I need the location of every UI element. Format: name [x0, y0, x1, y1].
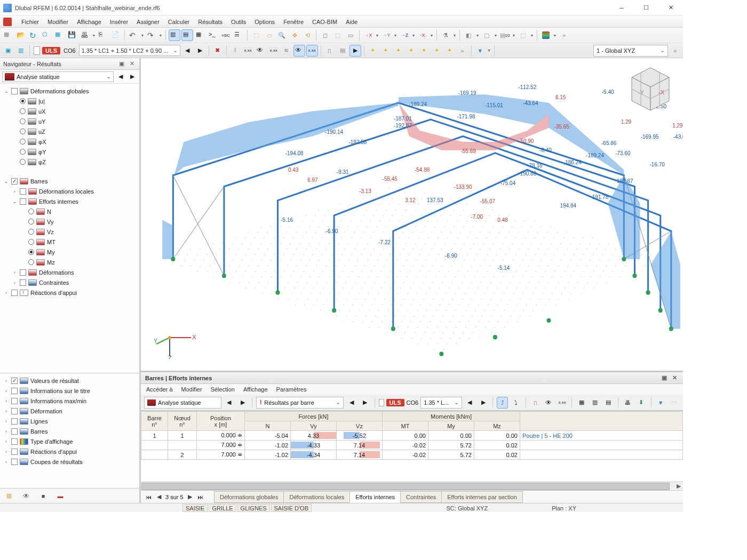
results-tbl2-button[interactable]: ▥: [590, 397, 601, 409]
radio[interactable]: [28, 249, 34, 255]
show-values-button[interactable]: ⌇: [229, 45, 241, 57]
table-cell[interactable]: 0.02: [474, 450, 520, 460]
menu-insérer[interactable]: Insérer: [106, 16, 132, 27]
table-cell[interactable]: 5.72: [428, 441, 474, 450]
tree-deform-|u|[interactable]: |u|: [12, 96, 138, 106]
table-cell[interactable]: -4.33: [291, 441, 337, 450]
global-cs-select[interactable]: 1 - Global XYZ ⌄: [593, 45, 668, 57]
results-next-analysis[interactable]: ▶: [237, 397, 248, 409]
tree-effort-N[interactable]: N: [20, 206, 138, 217]
results-pick-button[interactable]: ⤴: [497, 397, 508, 409]
results-next-mode[interactable]: ▶: [360, 397, 371, 409]
expand-icon[interactable]: ›: [3, 449, 9, 454]
tree-deformations[interactable]: › Déformations: [12, 267, 138, 277]
checkbox[interactable]: [11, 438, 18, 445]
dropdown-icon[interactable]: ▼: [553, 34, 557, 37]
dropdown-icon[interactable]: ▼: [92, 34, 96, 37]
results-xxx-button[interactable]: x.xx: [557, 397, 568, 409]
checkbox[interactable]: [11, 428, 18, 435]
radio[interactable]: [20, 149, 26, 155]
th-moments[interactable]: Moments [kNm]: [383, 412, 520, 421]
radio[interactable]: [20, 98, 26, 104]
display-opt-6[interactable]: › Type d'affichage: [3, 436, 138, 446]
expand-icon[interactable]: ⌄: [12, 199, 18, 204]
table-cell[interactable]: 4.33: [291, 431, 337, 441]
axis-z-button[interactable]: →Z: [399, 29, 410, 41]
table-cell[interactable]: [520, 441, 683, 450]
script-button[interactable]: >SC: [220, 29, 232, 41]
results-tab-4[interactable]: Efforts internes par section: [441, 491, 523, 503]
table-cell[interactable]: 1: [168, 431, 197, 441]
table-cell[interactable]: -4.34: [291, 450, 337, 460]
results-combo-select[interactable]: 1.35 * L... ⌄: [420, 397, 462, 409]
close-results-button[interactable]: ✕: [670, 374, 679, 382]
eye-active-button[interactable]: [293, 45, 305, 57]
diagram-button[interactable]: ⎍: [324, 45, 336, 57]
axis-neg-x-button[interactable]: -X: [417, 29, 428, 41]
envelope-button[interactable]: ▤: [337, 45, 348, 57]
next-combo-button[interactable]: ▶: [194, 45, 206, 57]
filter2-button[interactable]: ▼: [474, 45, 486, 57]
tree-deformations-globales[interactable]: ⌄ Déformations globales: [3, 86, 138, 96]
overflow-button[interactable]: »: [558, 29, 570, 41]
view-cube-icon[interactable]: -Y -X: [621, 61, 680, 110]
table-cell[interactable]: [141, 441, 168, 450]
display-opt-1[interactable]: › Informations sur le titre: [3, 386, 138, 396]
results-tab-2[interactable]: Efforts internes: [349, 491, 401, 503]
checkbox[interactable]: [20, 269, 26, 276]
analysis-type-select[interactable]: Analyse statique ⌄: [2, 71, 114, 82]
tree-effort-My[interactable]: My: [20, 247, 138, 257]
table-cell[interactable]: 0.00: [474, 431, 520, 441]
del-load-button[interactable]: ✖: [212, 45, 224, 57]
menu-résultats[interactable]: Résultats: [194, 16, 227, 27]
results-analysis-select[interactable]: Analyse statique: [144, 397, 221, 409]
model-b-button[interactable]: ▥: [15, 45, 27, 57]
rotate-button[interactable]: ⟲: [301, 29, 313, 41]
results-v2-button[interactable]: ⤵: [510, 397, 521, 409]
table-cell[interactable]: 7.000 ≑: [197, 450, 245, 460]
display-opt-7[interactable]: › Réactions d'appui: [3, 446, 138, 457]
expand-icon[interactable]: ›: [3, 439, 9, 444]
menu-fenêtre[interactable]: Fenêtre: [279, 16, 308, 27]
th-vy[interactable]: Vy: [291, 421, 337, 431]
menu-assigner[interactable]: Assigner: [132, 16, 164, 27]
results-menu-paramètres[interactable]: Paramètres: [276, 386, 307, 393]
checkbox[interactable]: [11, 388, 18, 394]
th-forces[interactable]: Forces [kN]: [245, 412, 383, 421]
3d-view[interactable]: -112.52-5.40-169.196.15-189.24-115.01-43…: [141, 58, 683, 371]
star7-button[interactable]: ✦: [444, 45, 456, 57]
close-button[interactable]: ✕: [658, 0, 683, 15]
th-barre[interactable]: Barre n°: [141, 412, 168, 431]
expand-icon[interactable]: ›: [3, 378, 9, 383]
dropdown-icon[interactable]: ▼: [452, 34, 457, 37]
table-cell[interactable]: 0.02: [474, 441, 520, 450]
tree-effort-Vy[interactable]: Vy: [20, 217, 138, 227]
checkbox[interactable]: [20, 188, 26, 195]
console-button[interactable]: >_: [207, 29, 219, 41]
nav-prev-button[interactable]: ◀: [116, 71, 125, 83]
results-menu-accéder à[interactable]: Accéder à: [146, 386, 173, 393]
dropdown-icon[interactable]: ▼: [512, 34, 516, 37]
results-menu-modifier[interactable]: Modifier: [181, 386, 202, 393]
prev-combo-button[interactable]: ◀: [181, 45, 193, 57]
results-export-button[interactable]: ⬇: [635, 397, 647, 409]
pager-next[interactable]: ▶: [186, 493, 194, 500]
pan-button[interactable]: ✥: [289, 29, 300, 41]
dropdown-icon[interactable]: ▼: [494, 34, 498, 37]
block-button[interactable]: ▦: [53, 29, 65, 41]
pager-first[interactable]: ⏮: [144, 494, 153, 500]
radio[interactable]: [20, 118, 26, 124]
sync-button[interactable]: ↻: [28, 29, 39, 41]
results-mode-select[interactable]: ⌇ Résultats par barre ⌄: [256, 397, 344, 409]
tree-effort-Mz[interactable]: Mz: [20, 257, 138, 267]
table-cell[interactable]: -0.02: [383, 441, 428, 450]
display-opt-2[interactable]: › Informations max/min: [3, 396, 138, 406]
checkbox[interactable]: [11, 88, 18, 94]
table-cell[interactable]: [520, 450, 683, 460]
tree-deform-φX[interactable]: φX: [12, 137, 138, 147]
pager-last[interactable]: ⏭: [196, 494, 205, 500]
display-opt-3[interactable]: › Déformation: [3, 406, 138, 416]
tree-deform-φY[interactable]: φY: [12, 147, 138, 157]
checkbox[interactable]: [11, 449, 18, 455]
checkbox[interactable]: [11, 178, 18, 185]
